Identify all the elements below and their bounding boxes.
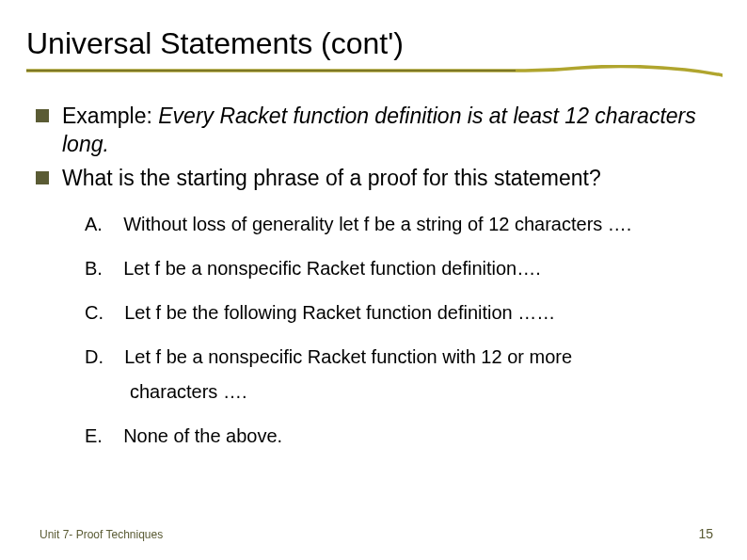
bullet-italic: Every Racket function definition is at l…	[62, 104, 696, 156]
option-label: A.	[85, 214, 103, 234]
option-text: Without loss of generality let f be a st…	[123, 214, 631, 234]
option-item: E. None of the above.	[85, 424, 721, 449]
slide: Universal Statements (cont') Example: Ev…	[0, 0, 747, 560]
option-text: None of the above.	[123, 425, 282, 446]
option-label: E.	[85, 425, 103, 446]
footer-text: Unit 7- Proof Techniques	[40, 528, 163, 541]
bullet-list: Example: Every Racket function definitio…	[36, 103, 721, 193]
bullet-text: What is the starting phrase of a proof f…	[62, 166, 601, 190]
option-label: C.	[85, 302, 103, 323]
bullet-item: Example: Every Racket function definitio…	[36, 103, 721, 159]
option-label: D.	[85, 346, 103, 367]
slide-title: Universal Statements (cont')	[26, 26, 721, 61]
bullet-item: What is the starting phrase of a proof f…	[36, 165, 721, 193]
option-item: B. Let f be a nonspecific Racket functio…	[85, 256, 721, 281]
options-list: A. Without loss of generality let f be a…	[85, 212, 721, 449]
option-text: Let f be a nonspecific Racket function d…	[123, 258, 541, 279]
option-item: D. Let f be a nonspecific Racket functio…	[85, 344, 721, 405]
option-cont: characters ….	[130, 379, 721, 405]
option-label: B.	[85, 258, 103, 279]
bullet-prefix: Example:	[62, 104, 158, 128]
option-item: A. Without loss of generality let f be a…	[85, 212, 721, 237]
option-item: C. Let f be the following Racket functio…	[85, 300, 721, 326]
option-text: Let f be the following Racket function d…	[124, 302, 555, 323]
option-text: Let f be a nonspecific Racket function w…	[124, 346, 572, 367]
page-number: 15	[698, 526, 713, 541]
title-underline	[26, 65, 721, 78]
